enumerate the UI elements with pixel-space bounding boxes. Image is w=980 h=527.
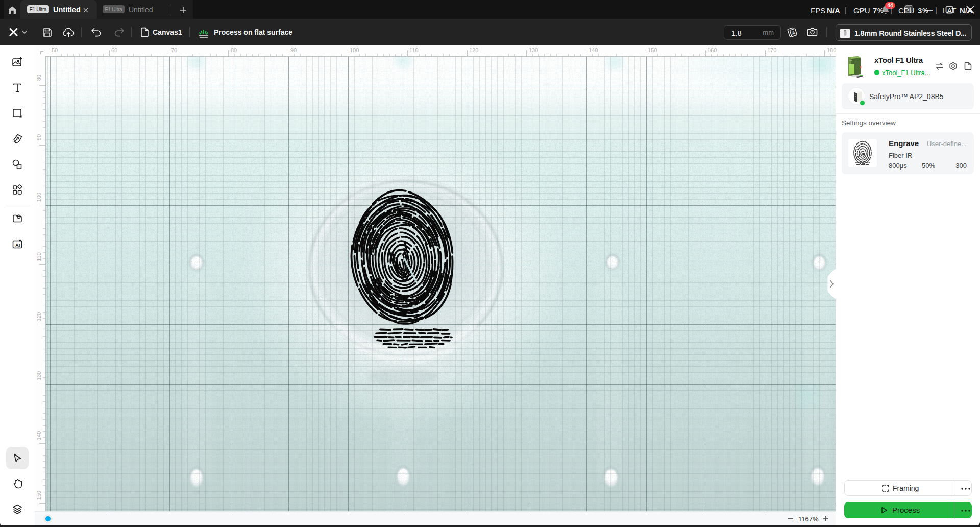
svg-text:AI: AI — [15, 242, 20, 248]
